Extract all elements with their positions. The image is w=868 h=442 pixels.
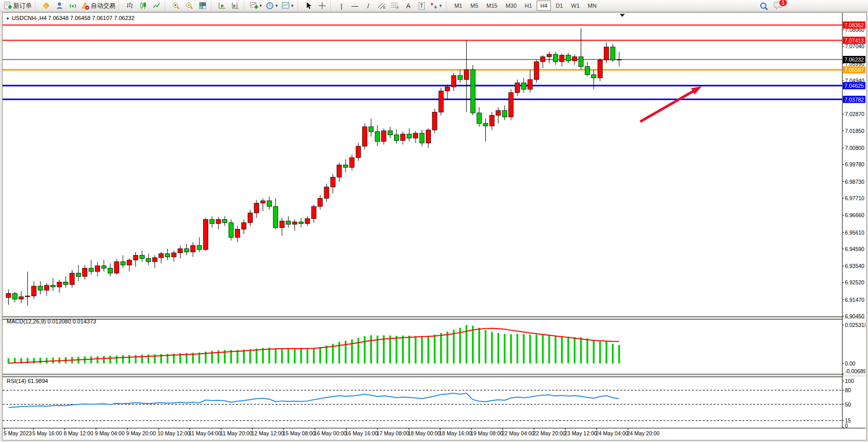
timeframe-w1[interactable]: W1: [567, 1, 583, 11]
timeframe-toolbar: M1M5M15M30H1H4D1W1MN: [450, 1, 601, 11]
community-button[interactable]: [53, 0, 66, 11]
metaeditor-button[interactable]: [40, 0, 53, 11]
chart-shift-button[interactable]: [229, 0, 242, 11]
new-order-icon: [4, 2, 12, 10]
svg-text:6.90450: 6.90450: [845, 313, 864, 319]
search-button[interactable]: [757, 1, 771, 12]
periods-button[interactable]: ▼: [264, 0, 280, 11]
collapse-arrow-icon[interactable]: ▼: [6, 16, 10, 21]
rsi-indicator-label: RSI(14) 61.9894: [7, 378, 48, 384]
svg-text:11 May 04:00: 11 May 04:00: [189, 430, 221, 436]
toolbar-separator: [211, 1, 214, 10]
timeframe-m30[interactable]: M30: [502, 1, 520, 11]
text-label-tool-button[interactable]: T: [415, 0, 428, 11]
text-tool-button[interactable]: A: [402, 0, 415, 11]
zoom-out-icon: [185, 2, 193, 10]
svg-text:7.04625: 7.04625: [844, 83, 864, 89]
timeframe-m1[interactable]: M1: [451, 1, 466, 11]
timeframe-mn[interactable]: MN: [584, 1, 600, 11]
channel-tool-button[interactable]: E: [375, 0, 388, 11]
svg-text:0.00: 0.00: [845, 360, 856, 367]
zoom-in-button[interactable]: [169, 0, 183, 11]
svg-text:5 May 2023: 5 May 2023: [4, 430, 32, 436]
horizontal-line-icon: —: [351, 3, 358, 9]
text-tool-icon: A: [406, 3, 410, 9]
vertical-line-icon: |: [341, 3, 342, 9]
svg-text:11 May 20:00: 11 May 20:00: [220, 430, 252, 436]
svg-text:F: F: [397, 6, 399, 10]
date-axis[interactable]: 5 May 20235 May 16:008 May 12:009 May 04…: [4, 428, 660, 436]
toolbar-separator: [165, 1, 168, 10]
toolbar-separator: [446, 1, 449, 10]
svg-text:5 May 16:00: 5 May 16:00: [32, 430, 62, 436]
crosshair-tool-button[interactable]: [315, 0, 329, 11]
auto-scroll-button[interactable]: [215, 0, 229, 11]
dropdown-arrow-icon: ▼: [259, 4, 263, 8]
level-lines[interactable]: [3, 25, 842, 100]
svg-text:10 May 12:00: 10 May 12:00: [157, 430, 190, 436]
zoom-out-button[interactable]: [183, 0, 196, 11]
svg-text:6.92520: 6.92520: [845, 279, 864, 285]
svg-text:9 May 04:00: 9 May 04:00: [95, 430, 125, 436]
clock-icon: [266, 2, 274, 10]
rsi-panel: 1008050150: [3, 378, 854, 429]
templates-button[interactable]: ▼: [280, 0, 296, 11]
svg-text:6.97710: 6.97710: [845, 195, 864, 201]
new-order-button[interactable]: 新订单: [2, 0, 33, 11]
timeframe-h4[interactable]: H4: [537, 1, 551, 11]
svg-text:19 May 08:00: 19 May 08:00: [470, 430, 503, 436]
indicators-button[interactable]: ▼: [248, 0, 264, 11]
macd-indicator-label: MACD(12,26,9) 0.012080 0.014373: [7, 318, 96, 324]
svg-text:16 May 16:00: 16 May 16:00: [345, 430, 378, 436]
svg-text:24 May 04:00: 24 May 04:00: [596, 430, 628, 436]
timeframe-m15[interactable]: M15: [483, 1, 501, 11]
auto-trading-label: 自动交易: [91, 2, 115, 10]
macd-panel: 0.0253180.00-0.006894: [9, 322, 866, 374]
line-chart-icon: [152, 2, 161, 10]
auto-trading-button[interactable]: 自动交易: [80, 0, 117, 11]
svg-text:7.06232: 7.06232: [844, 56, 864, 63]
svg-text:0: 0: [845, 422, 848, 429]
svg-text:-0.006894: -0.006894: [845, 368, 865, 374]
line-chart-mode-button[interactable]: [150, 0, 163, 11]
dropdown-arrow-icon: ▼: [290, 4, 294, 8]
svg-text:17 May 08:00: 17 May 08:00: [377, 430, 409, 436]
candlestick-mode-button[interactable]: [136, 0, 150, 11]
chart-surface[interactable]: 7.080607.070407.059907.049407.028707.018…: [3, 13, 865, 439]
svg-text:24 May 20:00: 24 May 20:00: [627, 430, 660, 436]
svg-text:15 May 08:00: 15 May 08:00: [283, 430, 315, 436]
metaeditor-icon: [42, 2, 50, 10]
fibonacci-tool-button[interactable]: F: [388, 0, 402, 11]
arrows-tool-button[interactable]: ▼: [428, 0, 444, 11]
candlestick-icon: [139, 2, 147, 10]
search-icon: [759, 2, 768, 11]
tile-windows-button[interactable]: [196, 0, 209, 11]
toolbar-separator: [330, 1, 333, 10]
svg-text:22 May 20:00: 22 May 20:00: [533, 430, 566, 436]
dropdown-arrow-icon: ▼: [274, 4, 279, 8]
bar-chart-mode-button[interactable]: [123, 0, 136, 11]
template-chart-icon: [282, 2, 290, 10]
chart-shift-marker[interactable]: [620, 14, 625, 17]
signals-button[interactable]: [66, 0, 80, 11]
main-toolbar: 新订单 自动交易: [0, 0, 868, 12]
notifications-button[interactable]: 1: [774, 1, 784, 12]
svg-text:6.94590: 6.94590: [845, 246, 864, 252]
svg-text:7.03782: 7.03782: [844, 97, 864, 103]
timeframe-h1[interactable]: H1: [521, 1, 536, 11]
auto-scroll-icon: [218, 2, 226, 10]
vertical-line-tool-button[interactable]: |: [335, 0, 348, 11]
rsi-line: [9, 393, 619, 408]
toolbar-separator: [244, 1, 247, 10]
cursor-tool-button[interactable]: [302, 0, 315, 11]
svg-text:9 May 20:00: 9 May 20:00: [126, 430, 156, 436]
chart-shift-icon: [231, 2, 240, 10]
svg-text:100: 100: [845, 378, 854, 384]
horizontal-line-tool-button[interactable]: —: [348, 0, 362, 11]
signal-waves-icon: [69, 2, 77, 10]
new-order-label: 新订单: [13, 2, 32, 10]
timeframe-m5[interactable]: M5: [467, 1, 482, 11]
timeframe-d1[interactable]: D1: [552, 1, 566, 11]
trendline-tool-button[interactable]: /: [362, 0, 375, 11]
trend-arrow[interactable]: [640, 86, 702, 122]
